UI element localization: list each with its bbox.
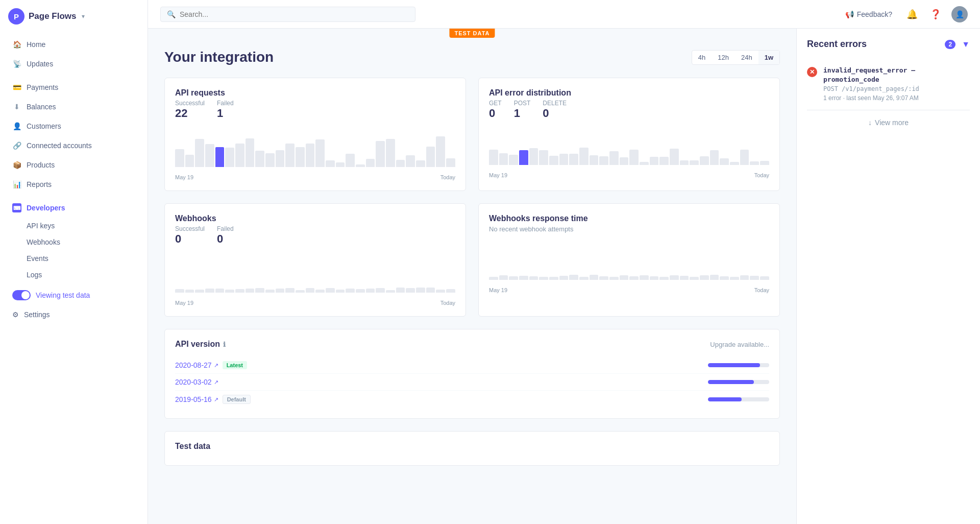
api-error-dist-card: API error distribution GET 0 POST 1 DELE… bbox=[478, 78, 780, 191]
test-data-section: Test data bbox=[164, 431, 780, 466]
sidebar-item-products[interactable]: 📦 Products bbox=[4, 156, 143, 174]
api-version-header: API version ℹ Upgrade available... bbox=[175, 340, 769, 349]
version-link-1[interactable]: 2020-03-02 ↗ bbox=[175, 378, 218, 386]
sidebar-item-label: Settings bbox=[24, 311, 50, 319]
sidebar-item-label: Home bbox=[27, 40, 135, 49]
version-bar-container-0 bbox=[247, 363, 769, 367]
search-icon: 🔍 bbox=[167, 10, 176, 18]
webhooks-card: Webhooks Successful 0 Failed 0 bbox=[164, 203, 466, 317]
header-actions: 📢 Feedback? 🔔 ❓ 👤 bbox=[841, 6, 968, 22]
payments-icon: 💳 bbox=[12, 83, 21, 92]
page-header: Your integration 4h 12h 24h 1w bbox=[164, 49, 780, 65]
reports-icon: 📊 bbox=[12, 180, 21, 189]
version-bar-container-2 bbox=[251, 397, 769, 401]
api-requests-chart bbox=[175, 126, 455, 172]
payments-nav: 💳 Payments ⬇ Balances 👤 Customers 🔗 Conn… bbox=[0, 76, 148, 196]
page-title: Your integration bbox=[164, 49, 274, 65]
version-bar-fill-2 bbox=[708, 397, 742, 401]
sidebar-item-connected-accounts[interactable]: 🔗 Connected accounts bbox=[4, 136, 143, 155]
user-avatar[interactable]: 👤 bbox=[951, 6, 968, 22]
toggle-label: Viewing test data bbox=[36, 291, 90, 299]
time-filter-4h[interactable]: 4h bbox=[692, 51, 712, 64]
sidebar-item-label: Products bbox=[27, 161, 135, 169]
version-bar-container-1 bbox=[218, 380, 769, 384]
settings-icon: ⚙ bbox=[12, 311, 19, 319]
megaphone-icon: 📢 bbox=[845, 10, 854, 18]
content-area: TEST DATA Your integration 4h 12h 24h 1w… bbox=[148, 29, 980, 524]
webhooks-successful: Successful 0 bbox=[175, 225, 205, 246]
api-requests-card: API requests Successful 22 Failed 1 bbox=[164, 78, 466, 191]
sidebar-item-home[interactable]: 🏠 Home bbox=[4, 35, 143, 54]
help-button[interactable]: ❓ bbox=[928, 7, 943, 22]
api-requests-stats: Successful 22 Failed 1 bbox=[175, 100, 455, 120]
notifications-button[interactable]: 🔔 bbox=[904, 7, 920, 22]
version-link-0[interactable]: 2020-08-27 ↗ bbox=[175, 361, 218, 369]
sidebar-item-label: Payments bbox=[27, 83, 135, 91]
logo-area[interactable]: P Page Flows ▾ bbox=[0, 0, 148, 33]
view-more-button[interactable]: ↓ View more bbox=[807, 110, 970, 135]
method-delete: DELETE 0 bbox=[543, 100, 567, 120]
sidebar-item-reports[interactable]: 📊 Reports bbox=[4, 175, 143, 194]
sidebar-item-events[interactable]: Events bbox=[4, 251, 143, 266]
main-panel: TEST DATA Your integration 4h 12h 24h 1w… bbox=[148, 29, 796, 524]
version-bar-track-1 bbox=[708, 380, 769, 384]
sidebar-item-label: Connected accounts bbox=[27, 141, 135, 150]
sidebar-item-payments[interactable]: 💳 Payments bbox=[4, 78, 143, 97]
app-title: Page Flows bbox=[29, 11, 77, 21]
filter-button[interactable]: ▼ bbox=[962, 40, 970, 49]
error-endpoint: POST /v1/payment_pages/:id bbox=[823, 85, 919, 92]
header: 🔍 📢 Feedback? 🔔 ❓ 👤 bbox=[148, 0, 980, 29]
time-filter-12h[interactable]: 12h bbox=[712, 51, 735, 64]
sidebar-item-label: Balances bbox=[27, 103, 135, 111]
sidebar-item-developers[interactable]: ⌨ Developers bbox=[4, 199, 143, 217]
webhooks-stats: Successful 0 Failed 0 bbox=[175, 225, 455, 246]
test-data-toggle-row[interactable]: Viewing test data bbox=[4, 285, 143, 305]
feedback-button[interactable]: 📢 Feedback? bbox=[841, 8, 896, 20]
version-link-2[interactable]: 2019-05-16 ↗ bbox=[175, 395, 218, 403]
time-filter: 4h 12h 24h 1w bbox=[692, 50, 780, 65]
method-get: GET 0 bbox=[489, 100, 502, 120]
test-data-toggle[interactable] bbox=[12, 290, 31, 300]
webhooks-response-footer: May 19 Today bbox=[489, 287, 769, 293]
logo-caret-icon: ▾ bbox=[82, 13, 85, 20]
webhooks-response-title: Webhooks response time bbox=[489, 214, 769, 223]
error-body: invalid_request_error –promotion_code PO… bbox=[823, 66, 919, 102]
upgrade-link[interactable]: Upgrade available... bbox=[710, 341, 769, 348]
home-icon: 🏠 bbox=[12, 40, 21, 49]
sidebar-item-label: Developers bbox=[27, 204, 65, 212]
logo-icon: P bbox=[8, 8, 24, 25]
sidebar-item-label: Updates bbox=[27, 60, 135, 68]
charts-row-2: Webhooks Successful 0 Failed 0 bbox=[164, 203, 780, 317]
sidebar-item-customers[interactable]: 👤 Customers bbox=[4, 117, 143, 135]
info-icon[interactable]: ℹ bbox=[223, 341, 226, 348]
method-post: POST 1 bbox=[514, 100, 531, 120]
search-box[interactable]: 🔍 bbox=[160, 7, 415, 22]
sidebar-item-updates[interactable]: 📡 Updates bbox=[4, 55, 143, 73]
api-error-methods: GET 0 POST 1 DELETE 0 bbox=[489, 100, 769, 120]
version-row-0: 2020-08-27 ↗ Latest bbox=[175, 357, 769, 374]
time-filter-24h[interactable]: 24h bbox=[735, 51, 758, 64]
developers-icon: ⌨ bbox=[12, 203, 21, 212]
version-bar-track-0 bbox=[708, 363, 769, 367]
webhooks-chart bbox=[175, 252, 455, 298]
time-filter-1w[interactable]: 1w bbox=[758, 51, 779, 64]
search-input[interactable] bbox=[180, 10, 409, 18]
sidebar-item-api-keys[interactable]: API keys bbox=[4, 218, 143, 233]
webhooks-response-card: Webhooks response time No recent webhook… bbox=[478, 203, 780, 317]
sidebar: P Page Flows ▾ 🏠 Home 📡 Updates 💳 Paymen… bbox=[0, 0, 148, 524]
version-row-2: 2019-05-16 ↗ Default bbox=[175, 391, 769, 408]
error-meta: 1 error · last seen May 26, 9:07 AM bbox=[823, 94, 919, 102]
version-bar-track-2 bbox=[708, 397, 769, 401]
customers-icon: 👤 bbox=[12, 122, 21, 131]
main-area: 🔍 📢 Feedback? 🔔 ❓ 👤 TEST DATA Your integ… bbox=[148, 0, 980, 524]
sidebar-item-settings[interactable]: ⚙ Settings bbox=[4, 306, 143, 323]
down-arrow-icon: ↓ bbox=[868, 118, 872, 127]
error-item-0: ✕ invalid_request_error –promotion_code … bbox=[807, 58, 970, 110]
sidebar-item-webhooks[interactable]: Webhooks bbox=[4, 234, 143, 250]
no-recent-label: No recent webhook attempts bbox=[489, 225, 769, 233]
sidebar-item-logs[interactable]: Logs bbox=[4, 267, 143, 282]
webhooks-failed: Failed 0 bbox=[217, 225, 234, 246]
sidebar-item-balances[interactable]: ⬇ Balances bbox=[4, 98, 143, 116]
right-panel: Recent errors 2 ▼ ✕ invalid_request_erro… bbox=[796, 29, 980, 524]
connected-accounts-icon: 🔗 bbox=[12, 141, 21, 150]
